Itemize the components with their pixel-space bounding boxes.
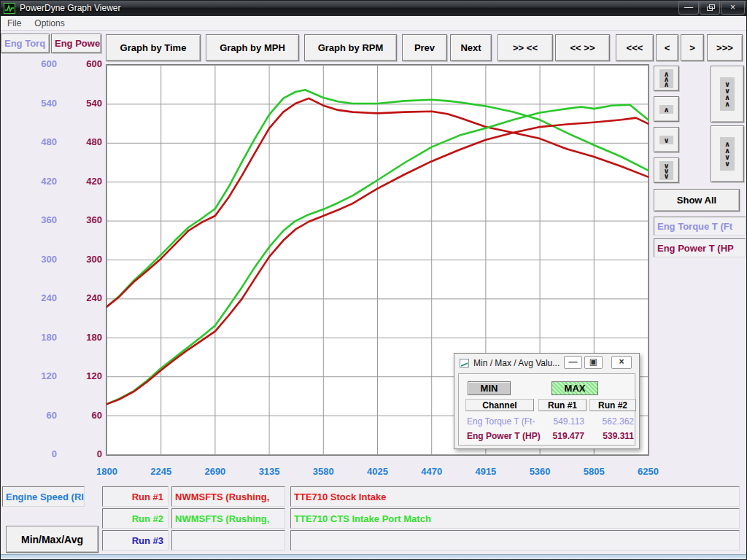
column-header-run1[interactable]: Run #1 [538,399,587,411]
collapse-range-button[interactable]: ∨ ∨ ∧ ∧ [711,66,744,122]
minmax-title: Min / Max / Avg Valu... [473,358,560,368]
x-tick-5805: 5805 [572,466,616,477]
x-tick-6250: 6250 [627,466,670,477]
column-header-run2[interactable]: Run #2 [589,399,636,411]
chevrons-outward-icon: ∧ ∧ ∨ ∨ [720,137,735,171]
minmax-window[interactable]: Min / Max / Avg Valu... — ▣ × MIN MAX Ch… [454,353,640,449]
menu-file[interactable]: File [1,17,27,30]
chevron-up-icon: ∧ [659,105,673,114]
run3-description-field[interactable] [290,530,740,551]
x-tick-1800: 1800 [85,466,129,477]
x-tick-4915: 4915 [464,466,508,477]
x-tick-2690: 2690 [193,466,237,477]
minmax-close-button[interactable]: × [611,356,632,369]
prev-button[interactable]: Prev [402,34,447,61]
run1-file-field[interactable]: NWMSFTS (Rushing, [171,486,285,507]
step-left-button[interactable]: < [656,34,678,61]
channel-button-torque[interactable]: Eng Torq [1,34,50,53]
triple-chevron-up-icon: ∧ ∧ ∧ [659,69,673,88]
show-all-button[interactable]: Show All [654,189,740,211]
x-tick-4470: 4470 [410,466,454,477]
row-power-run1-max: 519.477 [541,431,584,441]
y-tick-power-240: 240 [67,292,102,303]
chevron-down-icon: ∨ [659,136,673,144]
y-tick-torque-360: 360 [22,214,57,225]
run3-label: Run #3 [102,530,169,551]
run2-description-field[interactable]: TTE710 CTS Intake Port Match [290,508,740,529]
y-tick-torque-120: 120 [22,370,57,381]
scroll-up-button[interactable]: ∧ [654,96,679,122]
y-tick-power-600: 600 [67,58,102,69]
y-tick-power-540: 540 [67,98,102,109]
scroll-down-button[interactable]: ∨ [654,127,679,152]
menu-bar: File Options [0,16,747,31]
y-tick-power-360: 360 [67,214,102,225]
chevrons-inward-icon: ∨ ∨ ∧ ∧ [720,77,735,111]
y-tick-power-120: 120 [67,370,102,381]
run2-file-field[interactable]: NWMSFTS (Rushing, [171,508,285,529]
cursors-out-button[interactable]: << >> [555,34,610,61]
row-torque-run2-max: 562.362 [590,416,634,427]
y-tick-power-300: 300 [67,254,102,265]
x-tick-5360: 5360 [518,466,562,477]
row-torque-run1-max: 549.113 [541,416,584,427]
menu-options[interactable]: Options [28,17,70,30]
y-tick-torque-0: 0 [22,448,57,459]
minmax-restore-button[interactable]: ▣ [584,356,603,369]
row-power-run2-max: 539.311 [590,431,634,441]
channel-button-power[interactable]: Eng Powe [51,34,101,53]
step-right-fast-button[interactable]: >>> [707,34,743,61]
y-tick-torque-180: 180 [22,332,57,343]
y-tick-torque-480: 480 [22,136,57,147]
y-tick-power-180: 180 [67,332,102,343]
scroll-down-fast-button[interactable]: ∨ ∨ ∨ [654,158,679,183]
scroll-up-fast-button[interactable]: ∧ ∧ ∧ [654,66,679,91]
x-tick-3135: 3135 [247,466,291,477]
run1-description-field[interactable]: TTE710 Stock Intake [290,486,740,507]
y-tick-torque-240: 240 [22,292,57,303]
window-title: PowerDyne Graph Viewer [20,3,121,13]
step-left-fast-button[interactable]: <<< [616,34,654,61]
app-icon [4,3,15,14]
row-torque-channel: Eng Torque T (Ft- [467,416,535,427]
y-tick-power-0: 0 [67,448,102,459]
restore-button[interactable] [700,1,720,15]
cursors-in-button[interactable]: >> << [498,34,553,61]
y-tick-torque-300: 300 [22,254,57,265]
run1-label: Run #1 [102,486,169,507]
y-tick-power-60: 60 [67,410,102,421]
minmax-window-icon [460,359,469,368]
column-header-channel[interactable]: Channel [465,399,534,411]
title-bar[interactable]: PowerDyne Graph Viewer — × [0,0,747,16]
minimize-button[interactable]: — [678,1,699,15]
next-button[interactable]: Next [450,34,492,61]
run3-file-field[interactable] [171,530,285,551]
graph-by-rpm-button[interactable]: Graph by RPM [304,34,397,61]
y-tick-torque-600: 600 [22,58,57,69]
y-tick-power-480: 480 [67,136,102,147]
triple-chevron-down-icon: ∨ ∨ ∨ [659,161,673,180]
step-right-button[interactable]: > [681,34,704,61]
expand-range-button[interactable]: ∧ ∧ ∨ ∨ [711,125,744,182]
min-toggle-button[interactable]: MIN [468,381,511,395]
row-power-channel: Eng Power T (HP) [467,431,541,441]
close-button[interactable]: × [721,1,745,15]
x-tick-2245: 2245 [139,466,183,477]
x-tick-3580: 3580 [301,466,345,477]
y-tick-torque-60: 60 [22,410,57,421]
x-axis-channel-label: Engine Speed (RI [2,486,85,507]
max-toggle-button[interactable]: MAX [551,381,598,395]
run2-label: Run #2 [102,508,169,529]
minmax-minimize-button[interactable]: — [564,356,582,369]
graph-by-time-button[interactable]: Graph by Time [106,34,201,61]
window-bottom-border [0,554,747,560]
x-tick-4025: 4025 [356,466,400,477]
legend-power-label: Eng Power T (HP [654,238,746,257]
legend-torque-label: Eng Torque T (Ft [654,217,746,236]
y-tick-power-420: 420 [67,176,102,187]
y-tick-torque-420: 420 [22,176,57,187]
minmaxavg-button[interactable]: Min/Max/Avg [6,526,98,553]
graph-by-mph-button[interactable]: Graph by MPH [206,34,299,61]
y-tick-torque-540: 540 [22,98,57,109]
